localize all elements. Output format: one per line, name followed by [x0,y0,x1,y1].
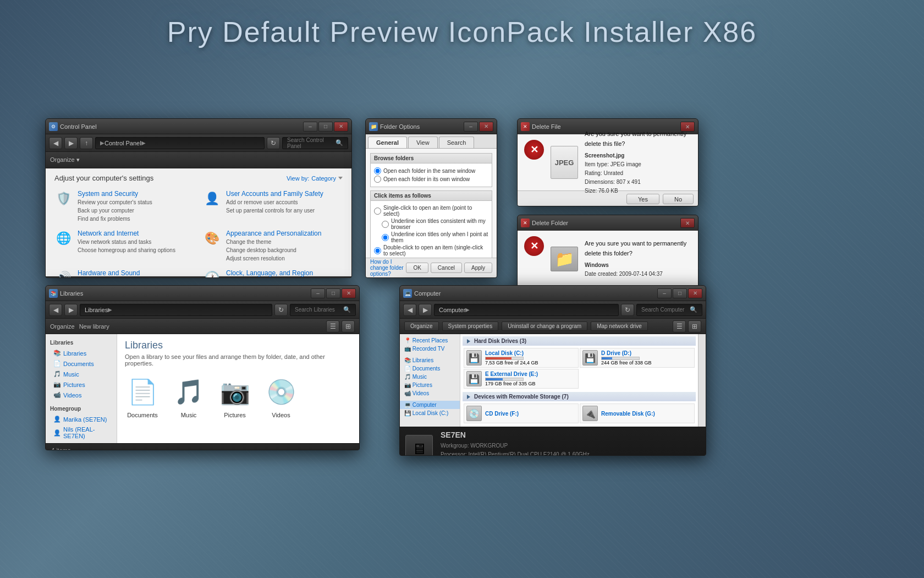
lib-close[interactable]: ✕ [342,288,356,298]
comp-sidebar-computer[interactable]: 💻 Computer [400,401,460,409]
clock-title[interactable]: Clock, Language, and Region [226,269,343,277]
category-network-internet[interactable]: 🌐 Network and Internet View network stat… [50,226,199,266]
category-system-security[interactable]: 🛡️ System and Security Review your compu… [50,187,199,226]
cancel-button[interactable]: Cancel [431,263,462,273]
delete-folder-close[interactable]: ✕ [680,218,695,228]
category-appearance[interactable]: 🎨 Appearance and Personalization Change … [199,226,347,266]
comp-sidebar-pictures[interactable]: 📷 Pictures [400,381,460,389]
system-security-title[interactable]: System and Security [78,190,194,198]
network-title[interactable]: Network and Internet [78,230,194,237]
comp-map-network-btn[interactable]: Map network drive [591,321,648,331]
comp-sidebar-libraries[interactable]: 📚 Libraries [400,356,460,364]
sidebar-item-nils[interactable]: 👤 Nils (REAL-SE7EN) [46,424,117,441]
lib-search-field[interactable]: Search Libraries 🔍 [290,304,356,316]
lib-forward[interactable]: ▶ [64,304,78,316]
comp-search-icon[interactable]: 🔍 [690,306,697,313]
fo-minimize[interactable]: – [464,122,478,132]
maximize-button[interactable]: □ [318,122,333,132]
sidebar-item-documents[interactable]: 📄 Documents [46,358,117,369]
lib-new-library-btn[interactable]: New library [79,323,109,330]
tab-view[interactable]: View [408,137,438,148]
sidebar-item-libraries[interactable]: 📚 Libraries [46,348,117,358]
lib-item-pictures[interactable]: 📷 Pictures [217,374,252,418]
comp-sidebar-music[interactable]: 🎵 Music [400,373,460,381]
lib-minimize[interactable]: – [311,288,325,298]
click-underline-browser-option[interactable]: Underline icon titles consistent with my… [382,218,488,230]
click-double-option[interactable]: Double-click to open an item (single-cli… [374,244,488,257]
appearance-title[interactable]: Appearance and Personalization [226,230,343,237]
comp-address-crumb[interactable]: Computer [439,307,465,313]
hardware-title[interactable]: Hardware and Sound [78,269,194,277]
viewby-control[interactable]: View by: Category [287,175,343,182]
category-hardware-sound[interactable]: 🔊 Hardware and Sound View devices and pr… [50,266,199,278]
comp-view-btn1[interactable]: ☰ [673,320,686,332]
viewby-dropdown-icon[interactable] [338,177,343,179]
tab-general[interactable]: General [368,137,407,148]
sidebar-item-pictures[interactable]: 📷 Pictures [46,379,117,390]
drive-item-f[interactable]: 💿 CD Drive (F:) [464,403,579,423]
lib-maximize[interactable]: □ [326,288,340,298]
fo-close[interactable]: ✕ [479,122,493,132]
click-single-option[interactable]: Single-click to open an item (point to s… [374,205,488,217]
search-icon[interactable]: 🔍 [336,139,343,146]
comp-search-field[interactable]: Search Computer 🔍 [636,304,702,316]
tab-search[interactable]: Search [439,137,475,148]
no-button[interactable]: No [663,194,694,204]
lib-organize-btn[interactable]: Organize [50,323,75,330]
close-button[interactable]: ✕ [334,122,348,132]
folder-options-link[interactable]: How do I change folder options? [370,259,406,277]
search-field[interactable]: Search Control Panel 🔍 [282,137,348,149]
apply-button[interactable]: Apply [464,263,492,273]
comp-address-field[interactable]: Computer ▶ [434,304,619,316]
organize-btn[interactable]: Organize ▾ [50,156,80,163]
lib-refresh[interactable]: ↻ [274,304,288,316]
address-crumb[interactable]: Control Panel [105,140,141,146]
comp-forward[interactable]: ▶ [419,304,432,316]
yes-button[interactable]: Yes [626,194,659,204]
comp-maximize[interactable]: □ [673,288,687,298]
minimize-button[interactable]: – [303,122,317,132]
comp-view-btn2[interactable]: ⊞ [688,320,701,332]
drive-item-d[interactable]: 💾 D Drive (D:) 244 GB free of 338 GB [580,348,695,368]
sidebar-item-marika[interactable]: 👤 Marika (SE7EN) [46,414,117,424]
comp-sidebar-recent-places[interactable]: 📍 Recent Places [400,336,460,345]
lib-search-icon[interactable]: 🔍 [343,306,351,313]
user-accounts-title[interactable]: User Accounts and Family Safety [226,190,343,198]
drive-item-e[interactable]: 💾 E External Drive (E:) 179 GB free of 3… [464,369,579,389]
comp-sidebar-local-disk[interactable]: 💾 Local Disk (C:) [400,409,460,417]
ok-button[interactable]: OK [406,263,428,273]
comp-back[interactable]: ◀ [403,304,416,316]
category-clock[interactable]: 🕐 Clock, Language, and Region Change key… [199,266,347,278]
comp-uninstall-btn[interactable]: Uninstall or change a program [502,321,587,331]
drive-item-g[interactable]: 🔌 Removable Disk (G:) [580,403,695,423]
comp-close[interactable]: ✕ [688,288,702,298]
comp-system-properties-btn[interactable]: System properties [442,321,499,331]
lib-item-music[interactable]: 🎵 Music [171,374,206,418]
browse-own-window-option[interactable]: Open each folder in its own window [374,176,488,183]
lib-back[interactable]: ◀ [49,304,62,316]
comp-sidebar-videos[interactable]: 📹 Videos [400,389,460,397]
up-button[interactable]: ↑ [80,137,93,149]
lib-address-crumb[interactable]: Libraries [85,307,108,313]
comp-minimize[interactable]: – [657,288,672,298]
sidebar-item-videos[interactable]: 📹 Videos [46,390,117,400]
click-underline-point-option[interactable]: Underline icon titles only when I point … [382,231,488,243]
lib-view-btn2[interactable]: ⊞ [342,320,355,332]
comp-sidebar-recorded-tv[interactable]: 📺 Recorded TV [400,345,460,353]
category-user-accounts[interactable]: 👤 User Accounts and Family Safety Add or… [199,187,347,226]
comp-sidebar-documents[interactable]: 📄 Documents [400,364,460,373]
forward-button[interactable]: ▶ [64,137,78,149]
lib-item-videos[interactable]: 💿 Videos [263,374,299,418]
browse-same-window-option[interactable]: Open each folder in the same window [374,167,488,175]
sidebar-item-music[interactable]: 🎵 Music [46,369,117,379]
lib-address-field[interactable]: Libraries ▶ [80,304,272,316]
comp-organize-btn[interactable]: Organize [404,321,439,331]
comp-scrollbar[interactable] [698,334,706,427]
lib-view-btn1[interactable]: ☰ [326,320,339,332]
refresh-button[interactable]: ↻ [267,137,280,149]
drive-item-c[interactable]: 💾 Local Disk (C:) 7,53 GB free of 24,4 G… [464,348,579,368]
address-field[interactable]: ▶ Control Panel ▶ [95,137,265,149]
comp-refresh[interactable]: ↻ [621,304,634,316]
back-button[interactable]: ◀ [49,137,62,149]
lib-item-documents[interactable]: 📄 Documents [125,374,160,418]
